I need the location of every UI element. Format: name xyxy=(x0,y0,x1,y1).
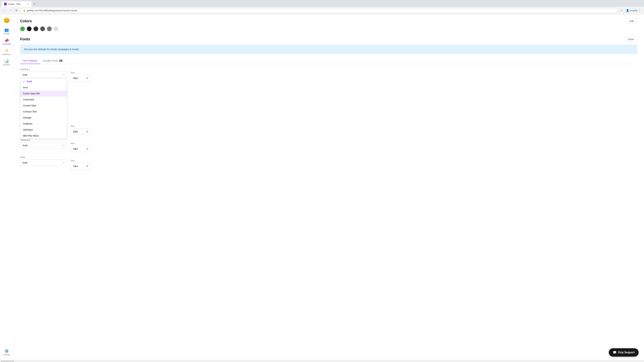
color-dot-1[interactable] xyxy=(27,26,32,31)
forward-button[interactable]: → xyxy=(8,8,13,13)
heading3-size-wrapper: 16px ∨ xyxy=(70,146,90,152)
new-tab-button[interactable]: + xyxy=(32,2,37,6)
heading3-size-col: Size 16px ∨ xyxy=(70,142,90,152)
color-dot-4[interactable] xyxy=(47,26,52,31)
url-bar[interactable]: 🔒 getdrip.com/7641396/settings/assets?se… xyxy=(20,8,618,13)
dropdown-item-arvo-label: Arvo xyxy=(23,86,28,89)
dropdown-item-comic-sans[interactable]: Comic Sans MS xyxy=(20,90,67,96)
analytics-icon: 📊 xyxy=(4,59,9,63)
heading1-size-dropdown[interactable]: 30px ∨ xyxy=(70,75,90,81)
heading1-size-col: Size 30px ∨ xyxy=(70,71,90,81)
heading1-size-dropdown-wrapper: 30px ∨ xyxy=(70,75,90,81)
campaigns-icon: 📣 xyxy=(4,38,9,42)
active-tab[interactable]: D Assets · Drip ✕ xyxy=(1,1,32,7)
dropdown-item-arial[interactable]: ✓ Arial xyxy=(20,78,67,84)
settings-icon: ⚙️ xyxy=(4,349,9,353)
sidebar: 😊 👥 People 📣 Campaigns ⚡ Workflows 📊 Ana… xyxy=(0,14,14,360)
tab-title: Assets · Drip xyxy=(8,3,20,5)
sidebar-item-people[interactable]: 👥 People xyxy=(1,26,12,36)
drip-support-button[interactable]: 💬 Drip Support xyxy=(609,348,639,357)
sidebar-item-analytics[interactable]: 📊 Analytics xyxy=(1,58,12,67)
heading1-col: Heading 1 Arial ∧ ✓ Arial xyxy=(20,68,67,78)
color-dot-3[interactable] xyxy=(40,26,45,31)
dropdown-item-crimson-text[interactable]: Crimson Text xyxy=(20,109,67,115)
heading2-size-value: 18px xyxy=(73,130,78,133)
dropdown-item-courier-new[interactable]: Courier New xyxy=(20,103,67,109)
dropdown-item-goldman-label: Goldman xyxy=(23,122,32,125)
heading3-size-chevron-icon: ∨ xyxy=(86,147,88,150)
tab-favicon: D xyxy=(4,3,7,5)
tab-text-defaults[interactable]: Text Defaults xyxy=(20,57,40,64)
body-size-chevron-icon: ∨ xyxy=(86,165,88,167)
browser-actions: ☆ 👤 Incognito ⋮ xyxy=(619,8,642,13)
color-dot-0[interactable] xyxy=(20,26,25,31)
tab-bar: D Assets · Drip ✕ + xyxy=(0,0,644,7)
dropdown-item-helvetica-label: Helvetica xyxy=(23,128,33,131)
body-size-col: Size 14px ∨ xyxy=(70,159,90,169)
font-dropdown-menu[interactable]: ✓ Arial Arvo Comic Sans MS Cormorant xyxy=(20,78,67,139)
tab-close-button[interactable]: ✕ xyxy=(27,3,29,5)
heading1-font-dropdown[interactable]: Arial ∧ xyxy=(20,71,67,78)
heading3-label: Heading 3 xyxy=(20,139,67,141)
tab-text-defaults-label: Text Defaults xyxy=(23,59,38,62)
sidebar-item-settings-label: Settings xyxy=(3,354,10,356)
heading3-size-value: 16px xyxy=(73,147,78,150)
body-font-label: Body xyxy=(20,156,67,159)
people-icon: 👥 xyxy=(4,28,9,32)
back-button[interactable]: ← xyxy=(2,8,7,13)
sidebar-item-settings[interactable]: ⚙️ Settings xyxy=(1,348,12,357)
fonts-title: Fonts xyxy=(20,37,30,41)
dropdown-item-goldman[interactable]: Goldman xyxy=(20,121,67,127)
dropdown-item-helvetica[interactable]: Helvetica xyxy=(20,127,67,133)
sidebar-item-workflows[interactable]: ⚡ Workflows xyxy=(1,47,12,57)
body-size-value: 14px xyxy=(73,165,78,167)
heading3-col: Heading 3 Arial ∨ xyxy=(20,139,67,149)
heading1-label: Heading 1 xyxy=(20,68,67,70)
dropdown-item-arvo[interactable]: Arvo xyxy=(20,84,67,90)
workflows-icon: ⚡ xyxy=(4,49,9,53)
dropdown-item-arial-label: Arial xyxy=(27,80,32,83)
color-dot-5[interactable] xyxy=(54,26,58,31)
dropdown-item-georgia-label: Georgia xyxy=(23,116,31,119)
body-size-label: Size xyxy=(70,159,90,162)
heading2-size-wrapper: 18px ∨ xyxy=(70,128,90,135)
bookmark-button[interactable]: ☆ xyxy=(619,8,624,13)
sidebar-item-campaigns-label: Campaigns xyxy=(2,43,12,45)
tab-google-fonts-label: Google Fonts xyxy=(43,59,58,62)
dropdown-item-cormorant[interactable]: Cormorant xyxy=(20,96,67,103)
refresh-button[interactable]: ↻ xyxy=(14,8,19,13)
browser-controls: ← → ↻ 🔒 getdrip.com/7641396/settings/ass… xyxy=(0,7,644,14)
dropdown-item-comic-sans-label: Comic Sans MS xyxy=(23,92,40,95)
app-layout: 😊 👥 People 📣 Campaigns ⚡ Workflows 📊 Ana… xyxy=(0,14,644,360)
main-content: Colors Edit Fonts Close Set your text de… xyxy=(14,14,644,360)
sidebar-item-campaigns[interactable]: 📣 Campaigns xyxy=(1,37,12,46)
tab-google-fonts-badge: 0 xyxy=(59,59,62,62)
fonts-header: Fonts Close xyxy=(20,36,637,42)
heading2-size-label: Size xyxy=(70,125,90,127)
body-size-wrapper: 14px ∨ xyxy=(70,163,90,169)
heading3-size-dropdown[interactable]: 16px ∨ xyxy=(70,146,90,152)
sidebar-item-analytics-label: Analytics xyxy=(3,64,10,66)
dropdown-item-georgia[interactable]: Georgia xyxy=(20,115,67,121)
colors-edit-button[interactable]: Edit xyxy=(626,18,637,24)
incognito-label: Incognito xyxy=(631,8,636,13)
fonts-close-button[interactable]: Close xyxy=(624,36,637,42)
heading3-font-dropdown[interactable]: Arial ∨ xyxy=(20,142,67,149)
heading3-size-label: Size xyxy=(70,142,90,145)
body-font-dropdown[interactable]: Arial ∨ xyxy=(20,160,67,166)
heading3-font-dropdown-wrapper: Arial ∨ xyxy=(20,142,67,149)
heading1-size-value: 30px xyxy=(73,77,78,79)
heading1-font-selected: Arial xyxy=(23,73,27,76)
dropdown-item-ibm-plex-mono[interactable]: IBM Plex Mono xyxy=(20,133,67,139)
heading2-size-dropdown[interactable]: 18px ∨ xyxy=(70,128,90,135)
dropdown-item-courier-new-label: Courier New xyxy=(23,104,36,107)
color-dot-2[interactable] xyxy=(34,26,38,31)
colors-title: Colors xyxy=(20,19,32,23)
tab-google-fonts[interactable]: Google Fonts 0 xyxy=(40,57,65,64)
profile-button[interactable]: 👤 xyxy=(625,8,630,13)
menu-button[interactable]: ⋮ xyxy=(637,8,642,13)
sidebar-logo[interactable]: 😊 xyxy=(3,17,10,24)
body-size-dropdown[interactable]: 14px ∨ xyxy=(70,163,90,169)
drip-support-label: Drip Support xyxy=(618,351,634,354)
heading3-font-selected: Arial xyxy=(23,144,27,147)
